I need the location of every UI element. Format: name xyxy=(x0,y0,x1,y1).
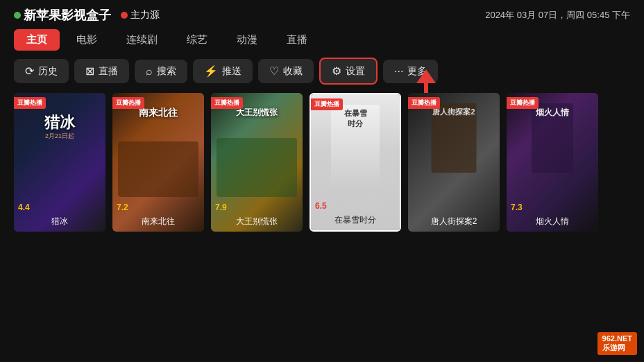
tab-variety[interactable]: 综艺 xyxy=(174,29,220,51)
movie-badge: 豆瓣热播 xyxy=(507,97,539,109)
movie-rating: 7.3 xyxy=(511,202,523,212)
main-source-label: 主力源 xyxy=(130,9,160,21)
search-label: 搜索 xyxy=(157,65,176,78)
search-button[interactable]: ⌕ 搜索 xyxy=(135,60,187,83)
app-title: 新苹果影视盒子 xyxy=(14,7,111,24)
search-icon: ⌕ xyxy=(146,65,153,78)
watermark-line1: 962.NET xyxy=(602,334,632,343)
watermark-line2: 乐游网 xyxy=(602,343,625,352)
movie-title: 猎冰 xyxy=(14,216,105,227)
action-bar: ⟳ 历史 ⊠ 直播 ⌕ 搜索 ⚡ 推送 ♡ 收藏 ⚙ 设置 ··· 更多 xyxy=(0,58,644,93)
movie-badge: 豆瓣热播 xyxy=(408,97,440,109)
status-dot-green xyxy=(14,12,21,19)
movie-card-liebing[interactable]: 猎冰 2月21日起 豆瓣热播 4.4 猎冰 xyxy=(14,93,105,232)
movie-title: 大王别慌张 xyxy=(211,216,303,227)
push-icon: ⚡ xyxy=(204,64,218,78)
favorites-label: 收藏 xyxy=(283,65,303,78)
movie-title: 烟火人情 xyxy=(507,216,598,227)
live-icon: ⊠ xyxy=(85,64,94,78)
movie-card-yanhuo[interactable]: 烟火人情 豆瓣热播 7.3 烟火人情 xyxy=(507,93,598,232)
movie-rating: 7.2 xyxy=(117,202,128,212)
push-label: 推送 xyxy=(222,65,242,78)
movie-card-dawang[interactable]: 大王别慌张 豆瓣热播 7.9 大王别慌张 xyxy=(211,93,303,232)
favorites-icon: ♡ xyxy=(269,64,279,78)
tab-series[interactable]: 连续剧 xyxy=(114,29,170,51)
tab-anime[interactable]: 动漫 xyxy=(224,29,270,51)
movie-title: 在暴雪时分 xyxy=(311,214,400,226)
movie-badge: 豆瓣热播 xyxy=(112,97,144,109)
movie-title: 南来北往 xyxy=(112,216,204,227)
main-source: 主力源 xyxy=(121,9,160,21)
movie-rating: 4.4 xyxy=(18,202,30,212)
favorites-button[interactable]: ♡ 收藏 xyxy=(258,59,314,83)
settings-label: 设置 xyxy=(346,65,365,78)
history-icon: ⟳ xyxy=(25,64,34,78)
app-header: 新苹果影视盒子 主力源 2024年 03月 07日，周四 05:45 下午 xyxy=(0,0,644,29)
history-button[interactable]: ⟳ 历史 xyxy=(14,59,69,83)
live-button[interactable]: ⊠ 直播 xyxy=(74,59,129,83)
movie-badge: 豆瓣热播 xyxy=(211,97,243,109)
movie-rating: 6.5 xyxy=(315,201,327,211)
movie-grid: 猎冰 2月21日起 豆瓣热播 4.4 猎冰 南来北往 豆瓣热播 7.2 南来北往… xyxy=(0,93,644,232)
tab-movies[interactable]: 电影 xyxy=(64,29,110,51)
nav-tabs: 主页 电影 连续剧 综艺 动漫 直播 xyxy=(0,29,644,58)
more-button[interactable]: ··· 更多 xyxy=(383,60,438,83)
push-button[interactable]: ⚡ 推送 xyxy=(193,59,253,83)
movie-rating: 7.9 xyxy=(215,202,227,212)
tab-live[interactable]: 直播 xyxy=(274,29,320,51)
more-icon: ··· xyxy=(394,65,403,78)
watermark: 962.NET 乐游网 xyxy=(598,332,637,355)
history-label: 历史 xyxy=(38,65,58,78)
more-label: 更多 xyxy=(407,65,427,78)
movie-badge: 豆瓣热播 xyxy=(311,98,343,110)
datetime-display: 2024年 03月 07日，周四 05:45 下午 xyxy=(485,9,630,21)
settings-icon: ⚙ xyxy=(332,64,341,78)
movie-card-zaibao[interactable]: 在暴雪时分 豆瓣热播 6.5 在暴雪时分 xyxy=(310,93,401,232)
settings-button[interactable]: ⚙ 设置 xyxy=(319,58,378,85)
status-dot-red xyxy=(121,12,128,19)
header-left: 新苹果影视盒子 主力源 xyxy=(14,7,160,24)
app-title-text: 新苹果影视盒子 xyxy=(24,7,111,24)
tab-home[interactable]: 主页 xyxy=(14,29,60,51)
live-label: 直播 xyxy=(99,65,118,78)
movie-badge: 豆瓣热播 xyxy=(14,97,46,109)
movie-card-nanlai[interactable]: 南来北往 豆瓣热播 7.2 南来北往 xyxy=(112,93,204,232)
movie-title: 唐人街探案2 xyxy=(408,216,500,227)
movie-card-tangren[interactable]: 唐人街探案2 豆瓣热播 唐人街探案2 xyxy=(408,93,500,232)
